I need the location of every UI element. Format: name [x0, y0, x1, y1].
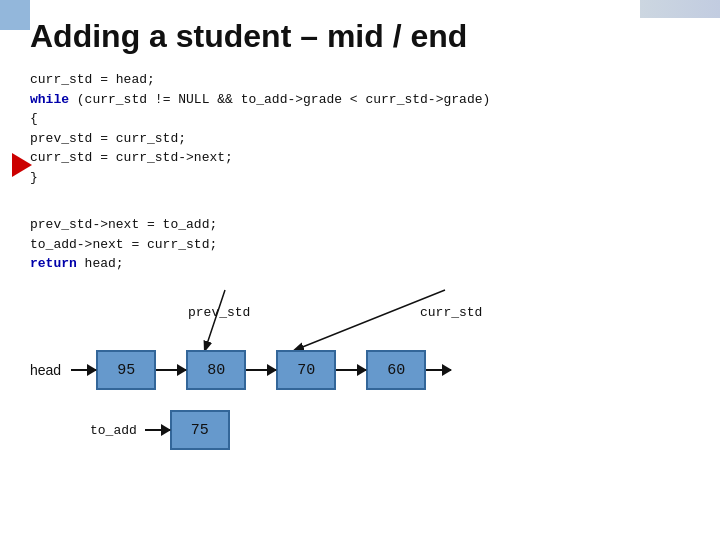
diagram-labels-row: prev_std curr_std [30, 290, 690, 320]
code-while-condition: (curr_std != NULL && to_add->grade < cur… [69, 92, 490, 107]
curr-std-label: curr_std [420, 305, 482, 320]
arrow-70-60 [336, 369, 366, 371]
corner-decoration-tr [640, 0, 720, 18]
code2-line1: prev_std->next = to_add; [30, 215, 217, 235]
code2-line2: to_add->next = curr_std; [30, 235, 217, 255]
head-to-95-arrow [71, 369, 96, 371]
head-label: head [30, 362, 61, 378]
arrow-80-70 [246, 369, 276, 371]
code-line-1: curr_std = head; [30, 70, 490, 90]
code-block-1: curr_std = head; while (curr_std != NULL… [30, 70, 490, 187]
code-line-2: while (curr_std != NULL && to_add->grade… [30, 90, 490, 110]
keyword-while: while [30, 92, 69, 107]
code2-line3: return head; [30, 254, 217, 274]
code-line-3: { [30, 109, 490, 129]
tail-arrow [426, 369, 451, 371]
arrow-right-icon [12, 153, 32, 177]
code-line-5: curr_std = curr_std->next; [30, 148, 490, 168]
node-80: 80 [186, 350, 246, 390]
nodes-row: head 95 80 70 60 [30, 350, 690, 390]
keyword-return: return [30, 256, 77, 271]
page-title: Adding a student – mid / end [30, 18, 467, 55]
node-95: 95 [96, 350, 156, 390]
linked-list-diagram: prev_std curr_std head 95 80 70 60 to_ad… [30, 290, 690, 450]
code-line-4: prev_std = curr_std; [30, 129, 490, 149]
toadd-label: to_add [90, 423, 137, 438]
toadd-arrow [145, 429, 170, 431]
arrow-95-80 [156, 369, 186, 371]
prev-std-label: prev_std [188, 305, 250, 320]
node-75: 75 [170, 410, 230, 450]
toadd-row: to_add 75 [90, 410, 690, 450]
code-block-2: prev_std->next = to_add; to_add->next = … [30, 215, 217, 274]
code2-line3-rest: head; [77, 256, 124, 271]
corner-decoration-tl [0, 0, 30, 30]
node-70: 70 [276, 350, 336, 390]
node-60: 60 [366, 350, 426, 390]
code-line-6: } [30, 168, 490, 188]
